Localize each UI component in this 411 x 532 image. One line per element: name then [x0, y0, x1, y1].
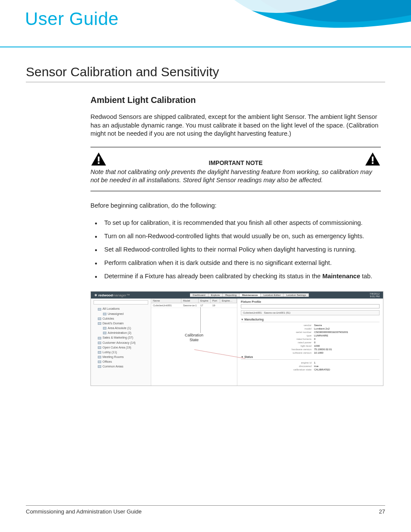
tree-item[interactable]: Lobby (11)	[93, 350, 148, 355]
list-item: Determine if a Fixture has already been …	[103, 272, 381, 281]
page-header: User Guide	[0, 0, 411, 47]
col-engine: Engine	[199, 299, 211, 303]
tree-item[interactable]: Offices	[93, 359, 148, 364]
panel-title: Fixture Profile	[241, 300, 380, 303]
warning-icon	[90, 152, 107, 166]
tree-item[interactable]: Customer Advocacy (14)	[93, 340, 148, 345]
subsection-heading: Ambient Light Calibration	[90, 95, 381, 105]
property-row: vendorSawza	[241, 324, 380, 327]
tree-item[interactable]: Open Cube Area (19)	[93, 345, 148, 350]
note-body: Note that not calibrating only prevents …	[90, 168, 381, 185]
note-title: IMPORTANT NOTE	[107, 159, 364, 166]
tree-item[interactable]: Meeting Rooms	[93, 355, 148, 359]
page-footer: Commissioning and Administration User Gu…	[26, 505, 385, 515]
profile-select[interactable]	[241, 304, 380, 308]
list-item-text: Determine if a Fixture has already been …	[104, 273, 322, 280]
col-port: Port	[211, 299, 220, 303]
app-timestamp: 7/8/2012 9:01 PM	[370, 292, 380, 298]
section-heading: Sensor Calibration and Sensitivity	[26, 65, 385, 82]
embedded-screenshot: ✱ redwoodmanager™ Dashboard Explore Repo…	[90, 291, 383, 386]
section-status[interactable]: ▼ Status	[241, 355, 380, 360]
tree-item[interactable]: Cubicles	[93, 316, 148, 321]
lead-paragraph: Before beginning calibration, do the fol…	[90, 202, 381, 210]
property-row: software version10.1000	[241, 351, 380, 355]
property-row: light level1000	[241, 344, 380, 348]
table-row[interactable]: CubiclesUnit001 Sawza-ca-1 17 19	[151, 303, 237, 308]
bullet-list: To set up for calibration, it is recomme…	[90, 218, 381, 281]
tree-item[interactable]: Unassigned	[93, 311, 148, 316]
property-row: engine id1	[241, 361, 380, 364]
location-tree: All LocationsUnassignedCubiclesDavid's D…	[91, 299, 151, 386]
tab-location-settings[interactable]: Location Settings	[283, 293, 309, 297]
footer-title: Commissioning and Administration User Gu…	[26, 508, 142, 515]
list-item: To set up for calibration, it is recomme…	[103, 218, 381, 227]
property-row: typeLUMINAIRE	[241, 334, 380, 337]
list-item: Turn on all non-Redwood-controlled light…	[103, 232, 381, 241]
tree-item[interactable]: Common Areas	[93, 364, 148, 369]
property-row: calibration stateCALIBRATED	[241, 368, 380, 371]
header-swoosh	[196, 0, 411, 47]
list-item: Perform calibration when it is dark outs…	[103, 258, 381, 268]
property-row: modelLumibent 2x2	[241, 327, 380, 330]
profile-subtitle: CubiclesUnit001 · Sawza-ca-Unit001 (51)	[241, 310, 380, 315]
tab-location-editor[interactable]: Location Editor	[261, 293, 283, 297]
property-row: discoveredtrue	[241, 364, 380, 368]
list-item-text: tab.	[360, 273, 372, 280]
tree-item[interactable]: Area Absolute (1)	[93, 326, 148, 330]
svg-rect-1	[98, 162, 100, 164]
svg-rect-3	[372, 162, 374, 164]
app-titlebar: ✱ redwoodmanager™ Dashboard Explore Repo…	[91, 292, 383, 299]
warning-icon	[364, 152, 381, 166]
page-number: 27	[379, 508, 385, 515]
tree-item[interactable]: Administration (2)	[93, 330, 148, 335]
callout-label: Calibration State	[185, 333, 203, 342]
tab-reporting[interactable]: Reporting	[223, 293, 240, 297]
svg-rect-0	[98, 156, 100, 161]
callout-line	[200, 307, 201, 333]
tab-dashboard[interactable]: Dashboard	[190, 293, 208, 297]
intro-paragraph: Redwood Sensors are shipped calibrated, …	[90, 113, 381, 138]
list-item: Set all Redwood-controlled lights to the…	[103, 245, 381, 254]
col-model: Model	[181, 299, 199, 303]
col-name: Name	[151, 299, 181, 303]
tree-item[interactable]: David's Domain	[93, 321, 148, 326]
tab-explore[interactable]: Explore	[209, 293, 223, 297]
tree-item[interactable]: All Locations	[93, 306, 148, 311]
svg-rect-2	[372, 156, 374, 161]
tab-maintenance[interactable]: Maintenance	[240, 293, 261, 297]
search-input[interactable]	[93, 300, 148, 305]
app-logo: ✱ redwoodmanager™	[94, 293, 130, 297]
property-row: rated power0	[241, 341, 380, 344]
section-manufacturing[interactable]: ▼ Manufacturing	[241, 317, 380, 322]
tree-item[interactable]: Sales & Marketing (37)	[93, 335, 148, 340]
property-row: rated lumens0	[241, 337, 380, 341]
app-tabs: Dashboard Explore Reporting Maintenance …	[190, 293, 309, 297]
property-row: serial numberCS03000000001E337901001	[241, 330, 380, 334]
property-row: hardware version75.10000.02.01	[241, 348, 380, 351]
col-engine2: Engine…	[220, 299, 237, 303]
important-note-box: IMPORTANT NOTE Note that not calibrating…	[90, 147, 381, 191]
list-item-bold: Maintenance	[322, 273, 360, 280]
fixture-profile-panel: Fixture Profile CubiclesUnit001 · Sawza-…	[237, 299, 383, 386]
fixture-table: Name Model Engine Port Engine… CubiclesU…	[151, 299, 237, 386]
header-title: User Guide	[25, 9, 118, 29]
